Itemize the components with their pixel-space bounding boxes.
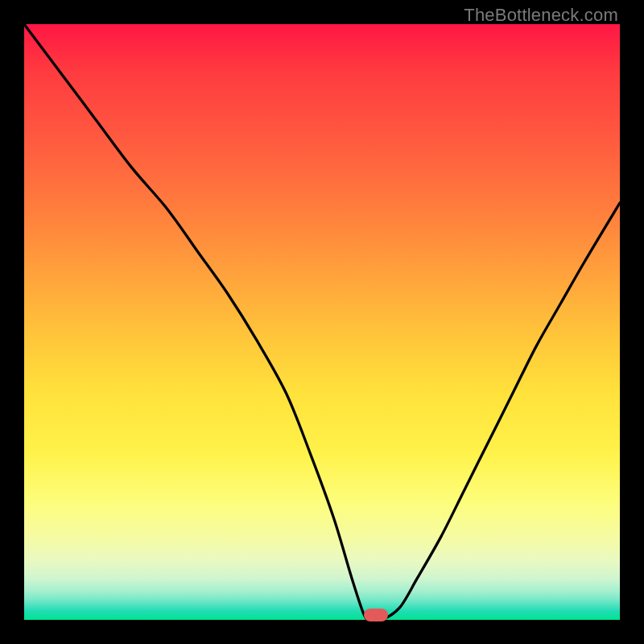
bottleneck-curve	[24, 24, 620, 621]
chart-frame: TheBottleneck.com	[0, 0, 644, 644]
attribution-text: TheBottleneck.com	[464, 5, 618, 26]
plot-area	[24, 24, 620, 620]
curve-svg	[24, 24, 620, 620]
optimum-marker	[364, 609, 388, 621]
